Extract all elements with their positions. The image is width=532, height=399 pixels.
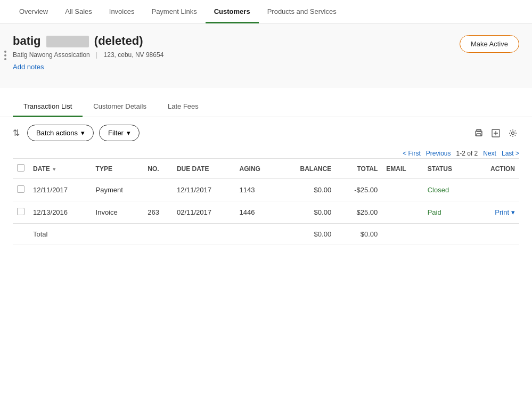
sub-tabs: Transaction List Customer Details Late F… — [13, 96, 519, 117]
cell-date: 12/11/2017 — [29, 179, 92, 201]
cell-action: Print ▾ — [471, 201, 519, 224]
header-action: ACTION — [471, 159, 519, 179]
current-page: 1-2 of 2 — [456, 150, 478, 157]
customer-info: batig (deleted) Batig Nawong Assosicatio… — [13, 34, 163, 71]
cell-no — [143, 179, 173, 201]
tab-products-services[interactable]: Products and Services — [259, 0, 345, 23]
cell-total: $25.00 — [335, 201, 382, 224]
header-aging: AGING — [235, 159, 278, 179]
cell-type: Payment — [92, 179, 144, 201]
tab-all-sales[interactable]: All Sales — [56, 0, 101, 23]
total-status — [423, 224, 471, 245]
pagination-text: < First Previous 1-2 of 2 Next Last > — [403, 150, 519, 157]
select-all-checkbox[interactable] — [17, 164, 24, 172]
sort-icon[interactable]: ⇅ — [13, 128, 20, 138]
svg-rect-2 — [477, 134, 481, 136]
page-wrapper: Overview All Sales Invoices Payment Link… — [0, 0, 532, 399]
table-row: 12/13/2016 Invoice 263 02/11/2017 1446 $… — [13, 201, 519, 224]
cell-no: 263 — [143, 201, 173, 224]
toolbar-left: ⇅ Batch actions ▾ Filter ▾ — [13, 125, 140, 141]
customer-subinfo: Batig Nawong Assosication | 123, cebu, N… — [13, 51, 163, 59]
total-aging — [235, 224, 278, 245]
sub-tabs-section: Transaction List Customer Details Late F… — [0, 96, 532, 117]
tab-customers[interactable]: Customers — [206, 0, 259, 23]
svg-rect-1 — [477, 129, 481, 132]
tab-invoices[interactable]: Invoices — [101, 0, 143, 23]
transactions-table: DATE ▾ TYPE NO. DUE DATE AGING BALANCE T… — [13, 158, 519, 245]
customer-header: batig (deleted) Batig Nawong Assosicatio… — [0, 23, 532, 87]
sub-tab-late-fees[interactable]: Late Fees — [157, 96, 209, 117]
filter-dropdown-arrow: ▾ — [127, 129, 130, 137]
print-link[interactable]: Print ▾ — [476, 208, 515, 216]
print-arrow: ▾ — [511, 208, 515, 216]
header-status: STATUS — [423, 159, 471, 179]
tab-overview[interactable]: Overview — [11, 0, 56, 23]
header-email: EMAIL — [382, 159, 423, 179]
pagination-row: < First Previous 1-2 of 2 Next Last > — [0, 146, 532, 158]
tab-payment-links[interactable]: Payment Links — [143, 0, 205, 23]
header-balance: BALANCE — [278, 159, 335, 179]
toolbar-icons — [472, 127, 519, 140]
cell-balance: $0.00 — [278, 179, 335, 201]
separator: | — [96, 51, 97, 59]
total-total: $0.00 — [335, 224, 382, 245]
cell-balance: $0.00 — [278, 201, 335, 224]
svg-point-3 — [481, 132, 482, 133]
export-icon[interactable] — [489, 127, 502, 140]
settings-icon[interactable] — [506, 127, 519, 140]
top-nav: Overview All Sales Invoices Payment Link… — [0, 0, 532, 23]
svg-point-5 — [512, 132, 514, 134]
header-date[interactable]: DATE ▾ — [29, 159, 92, 179]
cell-status: Closed — [423, 179, 471, 201]
last-page-link[interactable]: Last > — [502, 150, 519, 157]
customer-name: batig (deleted) — [13, 34, 163, 48]
cell-email — [382, 179, 423, 201]
header-checkbox-col — [13, 159, 29, 179]
cell-date: 12/13/2016 — [29, 201, 92, 224]
toolbar-right — [472, 127, 519, 140]
table-header-row: DATE ▾ TYPE NO. DUE DATE AGING BALANCE T… — [13, 159, 519, 179]
prev-page-link[interactable]: Previous — [426, 150, 451, 157]
sub-tab-transaction-list[interactable]: Transaction List — [13, 96, 83, 117]
header-due-date: DUE DATE — [173, 159, 235, 179]
row-checkbox-cell — [13, 179, 29, 201]
print-icon[interactable] — [472, 127, 485, 140]
customer-name-blurred — [46, 36, 89, 47]
filter-button[interactable]: Filter ▾ — [99, 125, 140, 141]
batch-dropdown-arrow: ▾ — [81, 129, 85, 137]
table-row: 12/11/2017 Payment 12/11/2017 1143 $0.00… — [13, 179, 519, 201]
row-checkbox[interactable] — [17, 208, 24, 215]
row-checkbox-cell — [13, 201, 29, 224]
sub-tab-customer-details[interactable]: Customer Details — [83, 96, 157, 117]
row-checkbox[interactable] — [17, 185, 24, 193]
cell-aging: 1143 — [235, 179, 278, 201]
next-page-link[interactable]: Next — [483, 150, 496, 157]
table-container: DATE ▾ TYPE NO. DUE DATE AGING BALANCE T… — [0, 158, 532, 245]
total-label: Total — [29, 224, 235, 245]
toolbar: ⇅ Batch actions ▾ Filter ▾ — [0, 117, 532, 146]
cell-aging: 1446 — [235, 201, 278, 224]
drag-handle[interactable] — [4, 51, 6, 60]
cell-total: -$25.00 — [335, 179, 382, 201]
first-page-link[interactable]: < First — [403, 150, 421, 157]
add-notes-link[interactable]: Add notes — [13, 63, 44, 71]
cell-due-date: 02/11/2017 — [173, 201, 235, 224]
batch-actions-button[interactable]: Batch actions ▾ — [27, 125, 94, 141]
header-total: TOTAL — [335, 159, 382, 179]
header-type: TYPE — [92, 159, 144, 179]
cell-action — [471, 179, 519, 201]
total-balance: $0.00 — [278, 224, 335, 245]
cell-status: Paid — [423, 201, 471, 224]
total-checkbox-cell — [13, 224, 29, 245]
total-action — [471, 224, 519, 245]
total-email — [382, 224, 423, 245]
cell-type: Invoice — [92, 201, 144, 224]
cell-due-date: 12/11/2017 — [173, 179, 235, 201]
date-sort-arrow: ▾ — [53, 166, 55, 172]
header-no: NO. — [143, 159, 173, 179]
total-row: Total $0.00 $0.00 — [13, 224, 519, 245]
make-active-button[interactable]: Make Active — [460, 35, 519, 53]
cell-email — [382, 201, 423, 224]
